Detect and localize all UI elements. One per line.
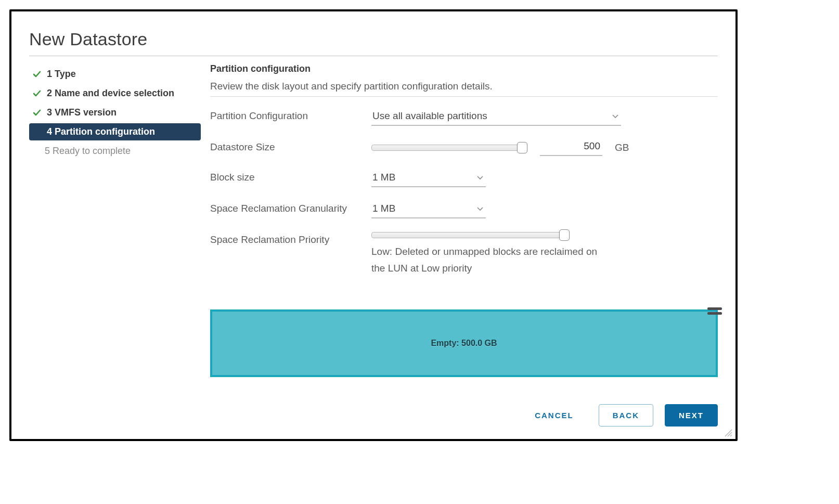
wizard-step-ready: 5 Ready to complete [29,143,201,160]
wizard-step-label: 4 Partition configuration [47,126,155,137]
datastore-size-slider[interactable] [371,145,527,151]
divider [29,56,718,56]
partition-config-label: Partition Configuration [210,108,371,122]
partition-resize-handle[interactable] [707,307,722,317]
cancel-button[interactable]: CANCEL [521,405,587,426]
reclaim-priority-description: Low: Deleted or unmapped blocks are recl… [371,243,611,277]
disk-segment-label: Empty: 500.0 GB [431,339,497,348]
chevron-down-icon [612,113,619,120]
check-icon [32,70,42,79]
next-button[interactable]: NEXT [665,404,718,427]
dialog-title: New Datastore [29,29,718,49]
slider-thumb[interactable] [559,229,570,241]
reclaim-priority-label: Space Reclamation Priority [210,232,371,245]
wizard-step-vmfs-version[interactable]: 3 VMFS version [29,104,201,121]
wizard-step-label: 1 Type [47,69,76,80]
resize-grip-icon[interactable] [723,428,732,437]
wizard-step-label: 2 Name and device selection [47,88,174,99]
partition-form: Partition Configuration Use all availabl… [210,108,718,277]
pane-description: Review the disk layout and specify parti… [210,81,718,92]
chevron-down-icon [476,174,484,182]
disk-layout-bar: Empty: 500.0 GB [210,309,718,377]
back-button[interactable]: BACK [599,404,653,427]
dialog-content: 1 Type 2 Name and device selection 3 VMF… [29,63,718,427]
partition-config-pane: Partition configuration Review the disk … [201,63,718,427]
datastore-size-input[interactable] [540,139,602,156]
divider [210,96,718,97]
block-size-value: 1 MB [372,172,395,183]
wizard-step-label: 5 Ready to complete [45,146,131,157]
wizard-step-type[interactable]: 1 Type [29,66,201,83]
wizard-step-name-device[interactable]: 2 Name and device selection [29,85,201,102]
reclaim-granularity-select[interactable]: 1 MB [371,201,486,218]
wizard-step-partition-config[interactable]: 4 Partition configuration [29,123,201,140]
block-size-label: Block size [210,170,371,183]
reclaim-granularity-label: Space Reclamation Granularity [210,201,371,214]
datastore-size-unit: GB [615,142,629,153]
wizard-steps: 1 Type 2 Name and device selection 3 VMF… [29,63,201,427]
datastore-size-label: Datastore Size [210,139,371,153]
wizard-step-label: 3 VMFS version [47,107,117,118]
chevron-down-icon [476,205,484,213]
reclaim-priority-slider[interactable] [371,232,569,238]
pane-title: Partition configuration [210,63,718,74]
partition-config-value: Use all available partitions [372,110,487,122]
dialog-footer: CANCEL BACK NEXT [210,391,718,427]
slider-thumb[interactable] [517,142,527,153]
block-size-select[interactable]: 1 MB [371,170,486,187]
check-icon [32,108,42,118]
new-datastore-dialog: New Datastore 1 Type 2 Name and device s… [9,9,738,441]
partition-config-select[interactable]: Use all available partitions [371,108,621,126]
reclaim-granularity-value: 1 MB [372,203,395,214]
check-icon [32,89,42,98]
